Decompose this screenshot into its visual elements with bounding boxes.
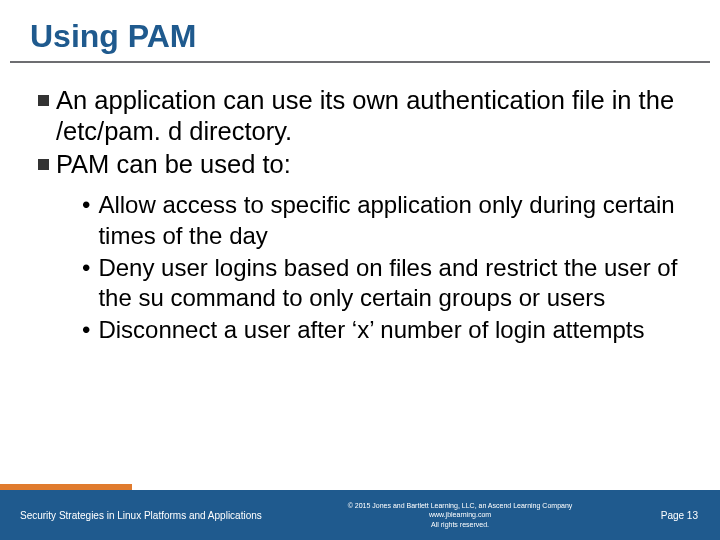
list-item: • Disconnect a user after ‘x’ number of … [82,315,682,345]
sub-bullet-list: • Allow access to specific application o… [38,182,682,345]
dot-bullet-icon: • [82,253,90,283]
bullet-text: An application can use its own authentic… [56,85,682,147]
copyright-line: © 2015 Jones and Bartlett Learning, LLC,… [280,501,640,510]
slide: Using PAM An application can use its own… [0,0,720,540]
copyright-line: www.jblearning.com [280,510,640,519]
slide-footer: Security Strategies in Linux Platforms a… [0,490,720,540]
slide-content: An application can use its own authentic… [0,63,720,346]
sub-bullet-text: Allow access to specific application onl… [98,190,682,250]
main-bullet-list: An application can use its own authentic… [38,85,682,180]
footer-copyright: © 2015 Jones and Bartlett Learning, LLC,… [280,501,640,529]
list-item: An application can use its own authentic… [38,85,682,147]
sub-bullet-text: Deny user logins based on files and rest… [98,253,682,313]
dot-bullet-icon: • [82,190,90,220]
dot-bullet-icon: • [82,315,90,345]
sub-bullet-text: Disconnect a user after ‘x’ number of lo… [98,315,644,345]
square-bullet-icon [38,95,49,106]
bullet-text: PAM can be used to: [56,149,291,180]
page-number: Page 13 [640,510,720,521]
list-item: • Allow access to specific application o… [82,190,682,250]
list-item: PAM can be used to: [38,149,682,180]
footer-left-text: Security Strategies in Linux Platforms a… [0,510,280,521]
slide-title: Using PAM [0,0,720,61]
square-bullet-icon [38,159,49,170]
list-item: • Deny user logins based on files and re… [82,253,682,313]
copyright-line: All rights reserved. [280,520,640,529]
